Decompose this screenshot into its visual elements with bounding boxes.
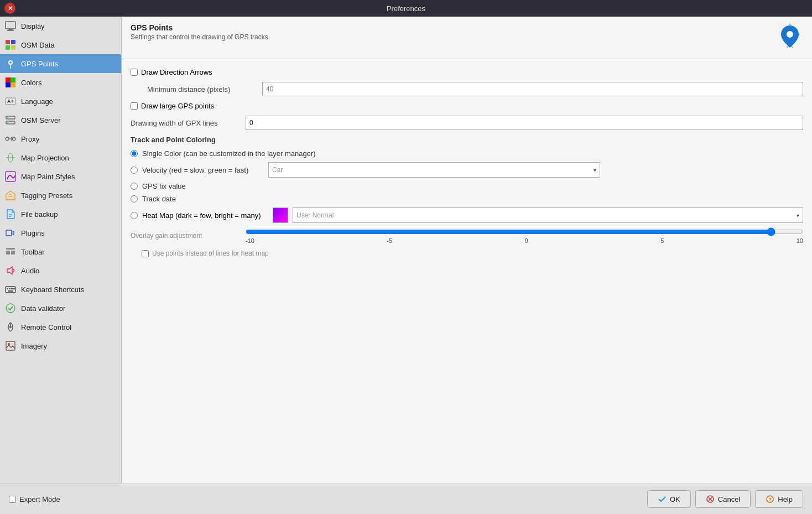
svg-rect-33 — [6, 251, 10, 255]
slider-plus5: 5 — [660, 237, 664, 244]
keyboard-shortcuts-icon — [4, 283, 17, 295]
sidebar-item-proxy[interactable]: Proxy — [0, 129, 121, 148]
svg-rect-44 — [6, 341, 15, 350]
sidebar-label-proxy: Proxy — [21, 135, 39, 143]
bottom-bar: Expert Mode OK Cancel ? Help — [0, 484, 812, 514]
sidebar-item-map-paint-styles[interactable]: Map Paint Styles — [0, 167, 121, 186]
min-distance-input[interactable] — [262, 82, 803, 96]
button-group: OK Cancel ? Help — [647, 490, 803, 508]
velocity-radio[interactable] — [131, 167, 138, 174]
overlay-gain-slider[interactable] — [246, 227, 803, 236]
svg-rect-34 — [11, 251, 15, 255]
sidebar-item-language[interactable]: A+ Language — [0, 92, 121, 111]
heat-map-dropdown-value: User Normal — [296, 211, 334, 219]
svg-rect-3 — [6, 40, 10, 44]
sidebar-label-tagging-presets: Tagging Presets — [21, 191, 72, 200]
sidebar-label-plugins: Plugins — [21, 229, 45, 237]
sidebar-item-imagery[interactable]: Imagery — [0, 336, 121, 355]
language-icon: A+ — [4, 95, 17, 107]
close-button[interactable]: ✕ — [4, 3, 15, 14]
drawing-width-row: Drawing width of GPX lines — [131, 116, 803, 130]
file-backup-icon — [4, 208, 17, 220]
gps-fix-label[interactable]: GPS fix value — [142, 182, 186, 190]
sidebar-label-map-projection: Map Projection — [21, 154, 69, 162]
draw-direction-arrows-label[interactable]: Draw Direction Arrows — [131, 68, 212, 76]
sidebar-item-data-validator[interactable]: Data validator — [0, 299, 121, 318]
cancel-label: Cancel — [718, 495, 740, 503]
track-coloring-title: Track and Point Coloring — [131, 136, 803, 144]
draw-large-gps-row: Draw large GPS points — [131, 102, 803, 110]
svg-rect-31 — [6, 230, 12, 236]
slider-min: -10 — [246, 237, 254, 244]
toolbar-icon — [4, 246, 17, 258]
velocity-dropdown-value: Car — [272, 166, 283, 174]
slider-labels: -10 -5 0 5 10 — [246, 237, 803, 244]
velocity-dropdown[interactable]: Car ▾ — [268, 162, 600, 178]
cancel-icon — [706, 495, 715, 503]
heat-map-radio[interactable] — [131, 212, 138, 219]
map-projection-icon — [4, 152, 17, 164]
sidebar-item-colors[interactable]: Colors — [0, 73, 121, 92]
svg-rect-11 — [6, 82, 11, 87]
track-date-label[interactable]: Track date — [142, 195, 176, 203]
ok-button[interactable]: OK — [647, 490, 691, 508]
sidebar-label-audio: Audio — [21, 267, 39, 275]
sidebar-item-remote-control[interactable]: Remote Control — [0, 318, 121, 336]
sidebar-label-toolbar: Toolbar — [21, 248, 45, 256]
slider-container: -10 -5 0 5 10 — [246, 227, 803, 244]
heat-map-label[interactable]: Heat Map (dark = few, bright = many) — [142, 211, 264, 220]
sidebar-item-tagging-presets[interactable]: Tagging Presets — [0, 186, 121, 205]
sidebar-label-keyboard-shortcuts: Keyboard Shortcuts — [21, 285, 84, 294]
title-bar: ✕ Preferences — [0, 0, 812, 17]
slider-minus5: -5 — [387, 237, 392, 244]
content-area: Display OSM Data GPS Points Colors — [0, 17, 812, 484]
sidebar-item-plugins[interactable]: Plugins — [0, 224, 121, 242]
main-panel: GPS Points Settings that control the dra… — [122, 17, 812, 484]
svg-point-47 — [789, 24, 791, 25]
slider-zero: 0 — [525, 237, 528, 244]
single-color-label[interactable]: Single Color (can be customized in the l… — [142, 149, 316, 158]
expert-mode-checkbox[interactable] — [9, 496, 16, 503]
sidebar-item-map-projection[interactable]: Map Projection — [0, 148, 121, 167]
track-date-radio[interactable] — [131, 195, 138, 203]
osm-server-icon — [4, 114, 17, 126]
sidebar-item-keyboard-shortcuts[interactable]: Keyboard Shortcuts — [0, 280, 121, 299]
sidebar: Display OSM Data GPS Points Colors — [0, 17, 122, 484]
panel-body: Draw Direction Arrows Minimum distance (… — [122, 59, 812, 484]
draw-direction-arrows-checkbox[interactable] — [131, 69, 138, 76]
window-title: Preferences — [387, 4, 425, 13]
sidebar-label-gps-points: GPS Points — [21, 60, 58, 68]
heat-map-color-swatch[interactable] — [273, 207, 288, 223]
draw-large-gps-checkbox[interactable] — [131, 102, 138, 110]
sidebar-item-toolbar[interactable]: Toolbar — [0, 242, 121, 261]
sidebar-item-osm-server[interactable]: OSM Server — [0, 111, 121, 129]
sidebar-item-display[interactable]: Display — [0, 17, 121, 35]
draw-large-gps-label[interactable]: Draw large GPS points — [131, 102, 214, 110]
sidebar-label-display: Display — [21, 22, 45, 30]
sidebar-item-audio[interactable]: Audio — [0, 261, 121, 280]
svg-point-17 — [7, 117, 8, 118]
gps-fix-radio[interactable] — [131, 183, 138, 190]
help-label: Help — [778, 495, 793, 503]
osm-data-icon — [4, 39, 17, 51]
heat-dropdown-arrow: ▾ — [797, 212, 799, 219]
svg-rect-37 — [9, 288, 11, 289]
sidebar-item-osm-data[interactable]: OSM Data — [0, 35, 121, 54]
help-button[interactable]: ? Help — [755, 490, 803, 508]
velocity-row: Velocity (red = slow, green = fast) Car … — [131, 162, 803, 178]
sidebar-label-language: Language — [21, 97, 53, 106]
sidebar-item-file-backup[interactable]: File backup — [0, 205, 121, 224]
heat-map-dropdown[interactable]: User Normal ▾ — [293, 207, 803, 223]
drawing-width-input[interactable] — [246, 116, 803, 130]
cancel-button[interactable]: Cancel — [695, 490, 751, 508]
svg-rect-35 — [6, 287, 15, 293]
use-points-checkbox[interactable] — [142, 250, 149, 257]
remote-control-icon — [4, 321, 17, 333]
draw-direction-arrows-text: Draw Direction Arrows — [141, 68, 212, 76]
velocity-label[interactable]: Velocity (red = slow, green = fast) — [142, 166, 264, 174]
sidebar-item-gps-points[interactable]: GPS Points — [0, 54, 121, 73]
svg-point-18 — [7, 122, 8, 123]
single-color-radio[interactable] — [131, 150, 138, 157]
svg-point-8 — [9, 61, 12, 64]
colors-icon — [4, 76, 17, 89]
